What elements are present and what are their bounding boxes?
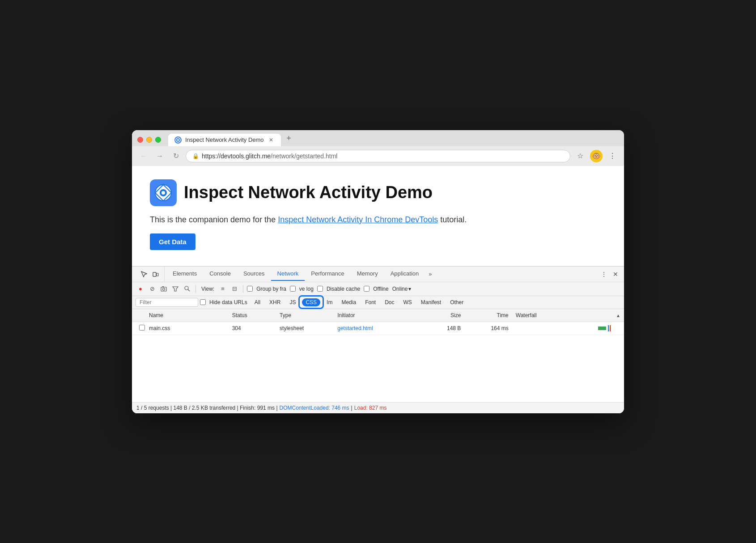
tab-title: Inspect Network Activity Demo	[185, 136, 264, 143]
offline-checkbox[interactable]	[364, 286, 370, 292]
lock-icon: 🔒	[192, 153, 199, 159]
description-pre: This is the companion demo for the	[150, 215, 278, 224]
devtools-more-icon[interactable]: ⋮	[599, 269, 609, 279]
tab-close-button[interactable]: ✕	[268, 136, 275, 144]
row-status: 304	[229, 324, 276, 333]
throttle-dropdown[interactable]: Online ▾	[392, 286, 412, 292]
header-type[interactable]: Type	[276, 311, 334, 320]
page-content: Inspect Network Activity Demo This is th…	[132, 166, 624, 266]
filter-icon[interactable]	[170, 284, 180, 294]
waterfall-blue-line	[608, 325, 609, 331]
header-initiator[interactable]: Initiator	[334, 311, 417, 320]
tab-memory[interactable]: Memory	[351, 267, 384, 281]
filter-font-button[interactable]: Font	[361, 298, 379, 306]
search-icon[interactable]	[182, 284, 192, 294]
filter-doc-button[interactable]: Doc	[381, 298, 398, 306]
svg-marker-10	[173, 287, 178, 291]
row-time: 164 ms	[464, 324, 512, 333]
filter-img-button[interactable]: Im	[323, 298, 336, 306]
new-tab-button[interactable]: +	[283, 134, 295, 146]
preserve-log-checkbox[interactable]	[290, 286, 296, 292]
header-time[interactable]: Time	[464, 311, 512, 320]
forward-button[interactable]: →	[153, 150, 166, 162]
row-type: stylesheet	[276, 324, 334, 333]
list-view-icon[interactable]: ≡	[218, 284, 228, 294]
get-data-button[interactable]: Get Data	[150, 233, 195, 250]
tab-elements[interactable]: Elements	[166, 267, 203, 281]
filter-css-button[interactable]: CSS	[302, 298, 320, 306]
tab-console[interactable]: Console	[203, 267, 237, 281]
hide-data-urls-checkbox[interactable]	[200, 299, 206, 305]
filter-xhr-button[interactable]: XHR	[266, 298, 284, 306]
maximize-window-button[interactable]	[155, 137, 161, 143]
filter-bar: Hide data URLs All XHR JS CSS Im Media F…	[132, 296, 624, 309]
header-status[interactable]: Status	[229, 311, 276, 320]
disable-cache-label: Disable cache	[327, 286, 360, 292]
header-check	[136, 311, 145, 320]
address-text: https://devtools.glitch.me/network/getst…	[202, 153, 564, 160]
svg-point-8	[163, 288, 165, 290]
svg-rect-6	[157, 273, 158, 276]
waterfall-bar	[516, 325, 617, 331]
page-logo	[150, 179, 177, 206]
reload-button[interactable]: ↻	[170, 150, 182, 162]
offline-label: Offline	[373, 286, 388, 292]
filter-manifest-button[interactable]: Manifest	[417, 298, 445, 306]
filter-js-button[interactable]: JS	[286, 298, 299, 306]
toolbar-separator-1	[195, 285, 196, 293]
back-button[interactable]: ←	[137, 150, 150, 162]
svg-point-11	[185, 286, 188, 290]
hide-data-urls-label: Hide data URLs	[209, 299, 247, 305]
devtools-close-icon[interactable]: ✕	[611, 269, 620, 279]
load-link[interactable]: Load: 827 ms	[354, 405, 387, 411]
browser-window: Inspect Network Activity Demo ✕ + ← → ↻ …	[132, 130, 624, 413]
profile-icon[interactable]: 🐵	[590, 150, 603, 162]
active-tab[interactable]: Inspect Network Activity Demo ✕	[168, 134, 281, 146]
filter-all-button[interactable]: All	[251, 298, 264, 306]
row-check[interactable]	[136, 323, 145, 333]
row-size: 148 B	[417, 324, 464, 333]
group-by-frame-label: Group by fra	[256, 286, 286, 292]
close-window-button[interactable]	[137, 137, 143, 143]
address-row: ← → ↻ 🔒 https://devtools.glitch.me/netwo…	[132, 146, 624, 166]
filter-media-button[interactable]: Media	[338, 298, 360, 306]
tab-overflow-button[interactable]: »	[425, 267, 435, 280]
waterfall-label: Waterfall	[516, 312, 537, 318]
bookmark-icon[interactable]: ☆	[574, 150, 586, 162]
url-path: /network/getstarted.html	[271, 153, 337, 160]
filter-ws-button[interactable]: WS	[400, 298, 416, 306]
table-header-row: Name Status Type Initiator Size Time Wat…	[132, 309, 624, 322]
page-title: Inspect Network Activity Demo	[184, 183, 433, 202]
address-bar[interactable]: 🔒 https://devtools.glitch.me/network/get…	[186, 150, 570, 162]
tab-sources[interactable]: Sources	[237, 267, 271, 281]
group-view-icon[interactable]: ⊟	[229, 284, 239, 294]
group-by-frame-checkbox[interactable]	[247, 286, 253, 292]
tab-network[interactable]: Network	[271, 267, 305, 281]
tab-performance[interactable]: Performance	[305, 267, 350, 281]
row-initiator[interactable]: getstarted.html	[334, 324, 417, 333]
tab-application[interactable]: Application	[384, 267, 425, 281]
table-row[interactable]: main.css 304 stylesheet getstarted.html …	[132, 322, 624, 335]
disable-cache-checkbox[interactable]	[317, 286, 323, 292]
row-checkbox[interactable]	[139, 325, 145, 331]
devtools-panel: Elements Console Sources Network Perform…	[132, 266, 624, 413]
header-size[interactable]: Size	[417, 311, 464, 320]
record-button[interactable]: ●	[136, 284, 145, 294]
filter-other-button[interactable]: Other	[446, 298, 467, 306]
clear-button[interactable]: ⊘	[147, 284, 157, 294]
header-waterfall[interactable]: Waterfall ▲	[512, 311, 620, 320]
view-label: View:	[201, 286, 214, 292]
device-toolbar-icon[interactable]	[151, 269, 161, 279]
tutorial-link[interactable]: Inspect Network Activity In Chrome DevTo…	[278, 215, 438, 224]
screenshot-button[interactable]	[159, 284, 169, 294]
filter-input[interactable]	[136, 298, 198, 307]
traffic-lights	[137, 137, 161, 146]
header-name[interactable]: Name	[145, 311, 229, 320]
more-options-icon[interactable]: ⋮	[606, 150, 619, 162]
page-title-row: Inspect Network Activity Demo	[150, 179, 606, 206]
dom-content-loaded-link[interactable]: DOMContentLoaded: 746 ms	[280, 405, 349, 411]
svg-point-1	[177, 139, 179, 141]
tab-favicon-icon	[174, 136, 182, 144]
minimize-window-button[interactable]	[146, 137, 152, 143]
inspect-element-icon[interactable]	[139, 269, 149, 279]
